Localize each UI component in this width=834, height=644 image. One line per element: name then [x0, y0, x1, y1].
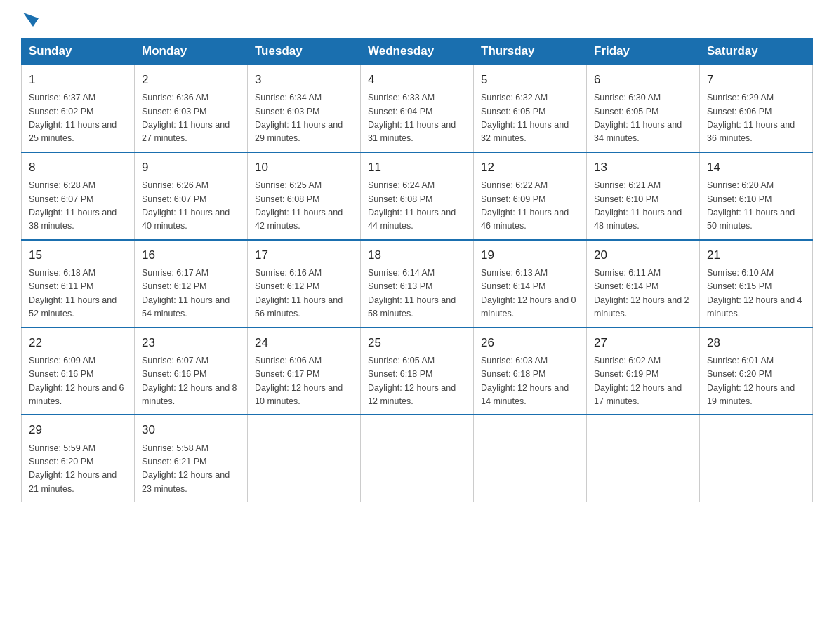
day-number: 2 — [142, 71, 240, 89]
weekday-header-thursday: Thursday — [474, 39, 587, 65]
weekday-header-tuesday: Tuesday — [248, 39, 361, 65]
day-number: 4 — [368, 71, 466, 89]
svg-marker-0 — [23, 13, 39, 27]
day-info: Sunrise: 6:36 AMSunset: 6:03 PMDaylight:… — [142, 93, 230, 143]
day-info: Sunrise: 6:28 AMSunset: 6:07 PMDaylight:… — [29, 180, 117, 231]
day-info: Sunrise: 6:18 AMSunset: 6:11 PMDaylight:… — [29, 268, 117, 318]
day-info: Sunrise: 6:03 AMSunset: 6:18 PMDaylight:… — [481, 356, 569, 406]
day-number: 22 — [29, 334, 127, 352]
day-info: Sunrise: 6:05 AMSunset: 6:18 PMDaylight:… — [368, 356, 456, 406]
day-info: Sunrise: 6:26 AMSunset: 6:07 PMDaylight:… — [142, 180, 230, 231]
calendar-day-cell: 6 Sunrise: 6:30 AMSunset: 6:05 PMDayligh… — [587, 65, 700, 152]
calendar-day-cell: 24 Sunrise: 6:06 AMSunset: 6:17 PMDaylig… — [248, 328, 361, 415]
day-number: 14 — [707, 159, 805, 177]
day-info: Sunrise: 6:01 AMSunset: 6:20 PMDaylight:… — [707, 356, 795, 406]
day-info: Sunrise: 6:34 AMSunset: 6:03 PMDaylight:… — [255, 93, 343, 143]
logo — [21, 14, 39, 27]
day-info: Sunrise: 6:11 AMSunset: 6:14 PMDaylight:… — [594, 268, 689, 318]
day-info: Sunrise: 6:37 AMSunset: 6:02 PMDaylight:… — [29, 93, 117, 143]
calendar-day-cell: 22 Sunrise: 6:09 AMSunset: 6:16 PMDaylig… — [22, 328, 135, 415]
day-info: Sunrise: 6:29 AMSunset: 6:06 PMDaylight:… — [707, 93, 795, 143]
weekday-header-row: SundayMondayTuesdayWednesdayThursdayFrid… — [22, 39, 813, 65]
day-info: Sunrise: 6:16 AMSunset: 6:12 PMDaylight:… — [255, 268, 343, 318]
calendar-day-cell: 21 Sunrise: 6:10 AMSunset: 6:15 PMDaylig… — [700, 240, 813, 328]
calendar-week-row: 8 Sunrise: 6:28 AMSunset: 6:07 PMDayligh… — [22, 152, 813, 240]
day-info: Sunrise: 6:14 AMSunset: 6:13 PMDaylight:… — [368, 268, 456, 318]
day-number: 23 — [142, 334, 240, 352]
weekday-header-wednesday: Wednesday — [361, 39, 474, 65]
calendar-day-cell: 29 Sunrise: 5:59 AMSunset: 6:20 PMDaylig… — [22, 415, 135, 502]
calendar-week-row: 29 Sunrise: 5:59 AMSunset: 6:20 PMDaylig… — [22, 415, 813, 502]
weekday-header-saturday: Saturday — [700, 39, 813, 65]
day-info: Sunrise: 6:20 AMSunset: 6:10 PMDaylight:… — [707, 180, 795, 231]
day-info: Sunrise: 6:06 AMSunset: 6:17 PMDaylight:… — [255, 356, 343, 406]
day-number: 9 — [142, 159, 240, 177]
day-number: 16 — [142, 246, 240, 264]
day-number: 18 — [368, 246, 466, 264]
weekday-header-monday: Monday — [135, 39, 248, 65]
day-number: 28 — [707, 334, 805, 352]
calendar-day-cell: 12 Sunrise: 6:22 AMSunset: 6:09 PMDaylig… — [474, 152, 587, 240]
day-number: 21 — [707, 246, 805, 264]
day-info: Sunrise: 6:22 AMSunset: 6:09 PMDaylight:… — [481, 180, 569, 231]
day-number: 20 — [594, 246, 692, 264]
day-info: Sunrise: 6:32 AMSunset: 6:05 PMDaylight:… — [481, 93, 569, 143]
calendar-day-cell: 19 Sunrise: 6:13 AMSunset: 6:14 PMDaylig… — [474, 240, 587, 328]
calendar-table: SundayMondayTuesdayWednesdayThursdayFrid… — [21, 38, 813, 502]
day-info: Sunrise: 6:07 AMSunset: 6:16 PMDaylight:… — [142, 356, 237, 406]
day-number: 11 — [368, 159, 466, 177]
calendar-day-cell — [248, 415, 361, 502]
day-number: 19 — [481, 246, 579, 264]
day-number: 27 — [594, 334, 692, 352]
day-info: Sunrise: 6:24 AMSunset: 6:08 PMDaylight:… — [368, 180, 456, 231]
calendar-week-row: 1 Sunrise: 6:37 AMSunset: 6:02 PMDayligh… — [22, 65, 813, 152]
day-number: 26 — [481, 334, 579, 352]
day-info: Sunrise: 6:17 AMSunset: 6:12 PMDaylight:… — [142, 268, 230, 318]
calendar-day-cell: 30 Sunrise: 5:58 AMSunset: 6:21 PMDaylig… — [135, 415, 248, 502]
calendar-day-cell: 8 Sunrise: 6:28 AMSunset: 6:07 PMDayligh… — [22, 152, 135, 240]
day-number: 7 — [707, 71, 805, 89]
day-info: Sunrise: 6:13 AMSunset: 6:14 PMDaylight:… — [481, 268, 576, 318]
calendar-day-cell: 25 Sunrise: 6:05 AMSunset: 6:18 PMDaylig… — [361, 328, 474, 415]
day-number: 10 — [255, 159, 353, 177]
calendar-day-cell: 11 Sunrise: 6:24 AMSunset: 6:08 PMDaylig… — [361, 152, 474, 240]
day-info: Sunrise: 6:02 AMSunset: 6:19 PMDaylight:… — [594, 356, 682, 406]
day-info: Sunrise: 6:10 AMSunset: 6:15 PMDaylight:… — [707, 268, 802, 318]
calendar-day-cell: 16 Sunrise: 6:17 AMSunset: 6:12 PMDaylig… — [135, 240, 248, 328]
day-info: Sunrise: 6:33 AMSunset: 6:04 PMDaylight:… — [368, 93, 456, 143]
calendar-day-cell: 5 Sunrise: 6:32 AMSunset: 6:05 PMDayligh… — [474, 65, 587, 152]
day-number: 25 — [368, 334, 466, 352]
page-header — [21, 14, 813, 27]
calendar-day-cell: 9 Sunrise: 6:26 AMSunset: 6:07 PMDayligh… — [135, 152, 248, 240]
day-info: Sunrise: 6:09 AMSunset: 6:16 PMDaylight:… — [29, 356, 124, 406]
day-number: 3 — [255, 71, 353, 89]
day-number: 29 — [29, 421, 127, 439]
day-info: Sunrise: 6:21 AMSunset: 6:10 PMDaylight:… — [594, 180, 682, 231]
calendar-day-cell: 26 Sunrise: 6:03 AMSunset: 6:18 PMDaylig… — [474, 328, 587, 415]
day-number: 17 — [255, 246, 353, 264]
calendar-day-cell: 10 Sunrise: 6:25 AMSunset: 6:08 PMDaylig… — [248, 152, 361, 240]
day-number: 1 — [29, 71, 127, 89]
day-number: 12 — [481, 159, 579, 177]
day-number: 6 — [594, 71, 692, 89]
calendar-day-cell — [700, 415, 813, 502]
calendar-day-cell: 14 Sunrise: 6:20 AMSunset: 6:10 PMDaylig… — [700, 152, 813, 240]
calendar-day-cell: 3 Sunrise: 6:34 AMSunset: 6:03 PMDayligh… — [248, 65, 361, 152]
day-info: Sunrise: 5:58 AMSunset: 6:21 PMDaylight:… — [142, 443, 230, 494]
calendar-day-cell: 1 Sunrise: 6:37 AMSunset: 6:02 PMDayligh… — [22, 65, 135, 152]
calendar-day-cell: 28 Sunrise: 6:01 AMSunset: 6:20 PMDaylig… — [700, 328, 813, 415]
day-number: 8 — [29, 159, 127, 177]
calendar-day-cell: 2 Sunrise: 6:36 AMSunset: 6:03 PMDayligh… — [135, 65, 248, 152]
calendar-day-cell: 18 Sunrise: 6:14 AMSunset: 6:13 PMDaylig… — [361, 240, 474, 328]
calendar-day-cell: 15 Sunrise: 6:18 AMSunset: 6:11 PMDaylig… — [22, 240, 135, 328]
calendar-day-cell: 23 Sunrise: 6:07 AMSunset: 6:16 PMDaylig… — [135, 328, 248, 415]
calendar-day-cell: 4 Sunrise: 6:33 AMSunset: 6:04 PMDayligh… — [361, 65, 474, 152]
logo-icon — [23, 13, 39, 27]
calendar-day-cell — [587, 415, 700, 502]
weekday-header-sunday: Sunday — [22, 39, 135, 65]
day-number: 5 — [481, 71, 579, 89]
calendar-day-cell — [361, 415, 474, 502]
day-number: 24 — [255, 334, 353, 352]
calendar-week-row: 15 Sunrise: 6:18 AMSunset: 6:11 PMDaylig… — [22, 240, 813, 328]
day-info: Sunrise: 6:30 AMSunset: 6:05 PMDaylight:… — [594, 93, 682, 143]
